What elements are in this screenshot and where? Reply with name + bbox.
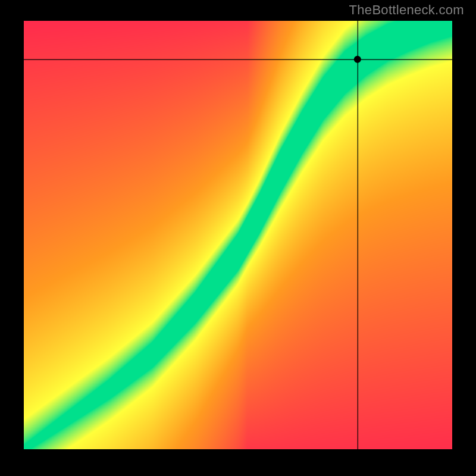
watermark-label: TheBottleneck.com xyxy=(349,2,464,18)
plot-area xyxy=(24,21,452,449)
heatmap-canvas xyxy=(24,21,452,449)
chart-container: TheBottleneck.com xyxy=(0,0,476,476)
